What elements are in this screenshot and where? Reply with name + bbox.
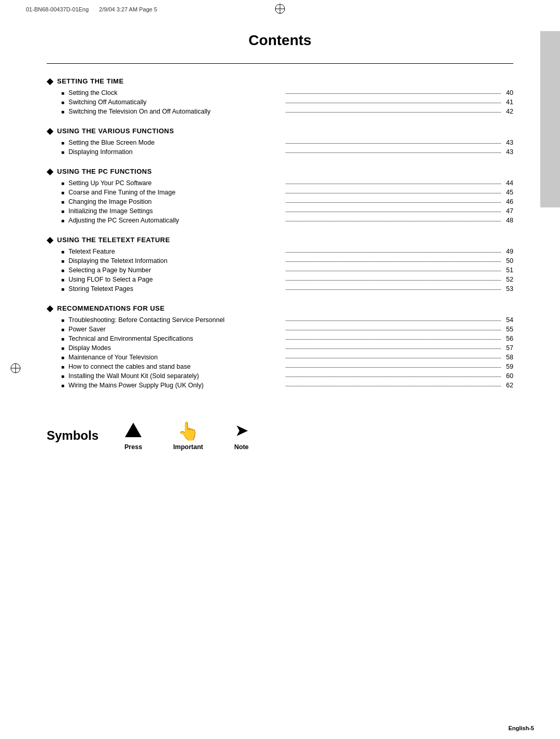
- section-header: ◆Recommendations For Use: [47, 303, 513, 313]
- list-item: ■Display Modes57: [61, 344, 513, 352]
- item-text: Setting the Blue Screen Mode: [68, 139, 284, 146]
- item-page-number: 46: [503, 198, 513, 205]
- item-dots: [286, 212, 501, 212]
- item-text: Installing the Wall Mount Kit (Sold sepa…: [68, 372, 284, 380]
- item-page-number: 40: [503, 89, 513, 96]
- bullet-icon: ■: [61, 108, 64, 116]
- item-dots: [286, 339, 501, 340]
- section-header: ◆Setting the Time: [47, 76, 513, 86]
- sections-container: ◆Setting the Time■Setting the Clock40■Sw…: [47, 76, 513, 389]
- important-label: Important: [173, 443, 203, 451]
- list-item: ■Troubleshooting: Before Contacting Serv…: [61, 316, 513, 324]
- list-item: ■Wiring the Mains Power Supply Plug (UK …: [61, 382, 513, 389]
- item-dots: [286, 184, 501, 184]
- item-page-number: 45: [503, 189, 513, 196]
- diamond-icon: ◆: [47, 303, 53, 313]
- bullet-icon: ■: [61, 217, 64, 225]
- section-header: ◆Using the Various Functions: [47, 126, 513, 136]
- bullet-icon: ■: [61, 179, 64, 187]
- list-item: ■Teletext Feature49: [61, 248, 513, 256]
- item-dots: [286, 143, 501, 144]
- list-item: ■Setting Up Your PC Software44: [61, 179, 513, 187]
- section-items: ■Teletext Feature49■Displaying the Telet…: [47, 248, 513, 293]
- item-page-number: 59: [503, 363, 513, 370]
- page-number: English-5: [508, 725, 534, 731]
- item-dots: [286, 289, 501, 290]
- section-header: ◆Using the Teletext Feature: [47, 235, 513, 245]
- item-text: Teletext Feature: [68, 248, 284, 255]
- item-text: Maintenance of Your Television: [68, 354, 284, 361]
- item-page-number: 43: [503, 148, 513, 156]
- item-text: Initializing the Image Settings: [68, 207, 284, 215]
- diamond-icon: ◆: [47, 235, 53, 245]
- item-text: Using FLOF to Select a Page: [68, 276, 284, 283]
- bullet-icon: ■: [61, 276, 64, 284]
- item-text: Changing the Image Position: [68, 198, 284, 205]
- symbol-press: Press: [124, 421, 142, 451]
- list-item: ■Switching Off Automatically41: [61, 99, 513, 106]
- important-icon: 👆: [177, 421, 199, 441]
- item-text: Coarse and Fine Tuning of the Image: [68, 189, 284, 196]
- item-dots: [286, 252, 501, 253]
- bullet-icon: ■: [61, 326, 64, 333]
- bullet-icon: ■: [61, 89, 64, 97]
- symbol-note: ➤ Note: [234, 421, 249, 451]
- list-item: ■Switching the Television On and Off Aut…: [61, 108, 513, 116]
- bullet-icon: ■: [61, 335, 64, 343]
- section: ◆Using the Various Functions■Setting the…: [47, 126, 513, 156]
- item-text: Switching Off Automatically: [68, 99, 284, 106]
- item-page-number: 52: [503, 276, 513, 283]
- bullet-icon: ■: [61, 198, 64, 206]
- item-text: Adjusting the PC Screen Automatically: [68, 217, 284, 224]
- section-title: Setting the Time: [57, 77, 124, 85]
- bullet-icon: ■: [61, 372, 64, 380]
- bullet-icon: ■: [61, 354, 64, 361]
- item-page-number: 51: [503, 267, 513, 274]
- list-item: ■Coarse and Fine Tuning of the Image45: [61, 189, 513, 197]
- item-page-number: 57: [503, 344, 513, 352]
- bullet-icon: ■: [61, 248, 64, 256]
- list-item: ■How to connect the cables and stand bas…: [61, 363, 513, 371]
- item-dots: [286, 320, 501, 321]
- list-item: ■Setting the Blue Screen Mode43: [61, 139, 513, 147]
- list-item: ■Initializing the Image Settings47: [61, 207, 513, 215]
- item-page-number: 43: [503, 139, 513, 146]
- section-title: Using the Various Functions: [57, 127, 174, 135]
- note-label: Note: [234, 443, 249, 451]
- section-title: Using the PC Functions: [57, 168, 152, 175]
- bullet-icon: ■: [61, 139, 64, 147]
- press-label: Press: [124, 443, 142, 451]
- page-footer: English-5: [0, 720, 560, 739]
- item-page-number: 48: [503, 217, 513, 224]
- item-dots: [286, 330, 501, 330]
- doc-date: 2/9/04 3:27 AM Page 5: [99, 6, 157, 12]
- item-dots: [286, 280, 501, 281]
- list-item: ■Storing Teletext Pages53: [61, 285, 513, 293]
- section-items: ■Setting Up Your PC Software44■Coarse an…: [47, 179, 513, 225]
- bullet-icon: ■: [61, 316, 64, 324]
- diamond-icon: ◆: [47, 126, 53, 136]
- item-dots: [286, 348, 501, 349]
- item-dots: [286, 93, 501, 94]
- bullet-icon: ■: [61, 363, 64, 371]
- section: ◆Using the Teletext Feature■Teletext Fea…: [47, 235, 513, 293]
- section-header: ◆Using the PC Functions: [47, 166, 513, 176]
- item-page-number: 55: [503, 326, 513, 333]
- item-dots: [286, 112, 501, 113]
- diamond-icon: ◆: [47, 166, 53, 176]
- section-items: ■Troubleshooting: Before Contacting Serv…: [47, 316, 513, 389]
- list-item: ■Selecting a Page by Number51: [61, 267, 513, 274]
- section-title: Recommendations For Use: [57, 304, 165, 312]
- reg-mark-left: [9, 362, 22, 374]
- doc-id: 01-BN68-00437D-01Eng: [26, 6, 89, 12]
- item-text: Power Saver: [68, 326, 284, 333]
- list-item: ■Maintenance of Your Television58: [61, 354, 513, 361]
- item-dots: [286, 221, 501, 221]
- item-text: Display Modes: [68, 344, 284, 352]
- item-dots: [286, 202, 501, 203]
- item-page-number: 50: [503, 257, 513, 264]
- item-text: Troubleshooting: Before Contacting Servi…: [68, 316, 284, 324]
- item-dots: [286, 152, 501, 153]
- list-item: ■Using FLOF to Select a Page52: [61, 276, 513, 284]
- section-items: ■Setting the Blue Screen Mode43■Displayi…: [47, 139, 513, 156]
